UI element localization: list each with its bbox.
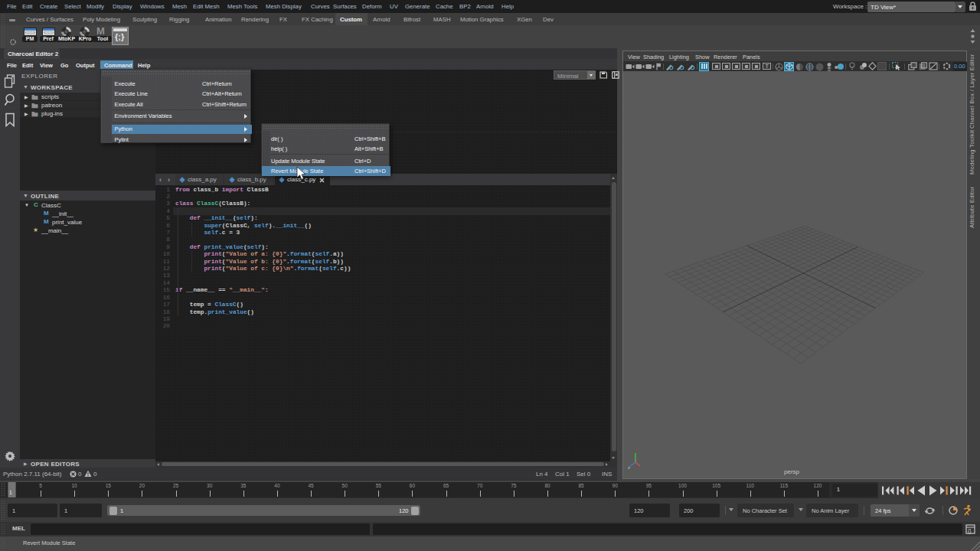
svg-text:{}: {} — [968, 528, 972, 534]
svg-text:z: z — [628, 465, 630, 470]
